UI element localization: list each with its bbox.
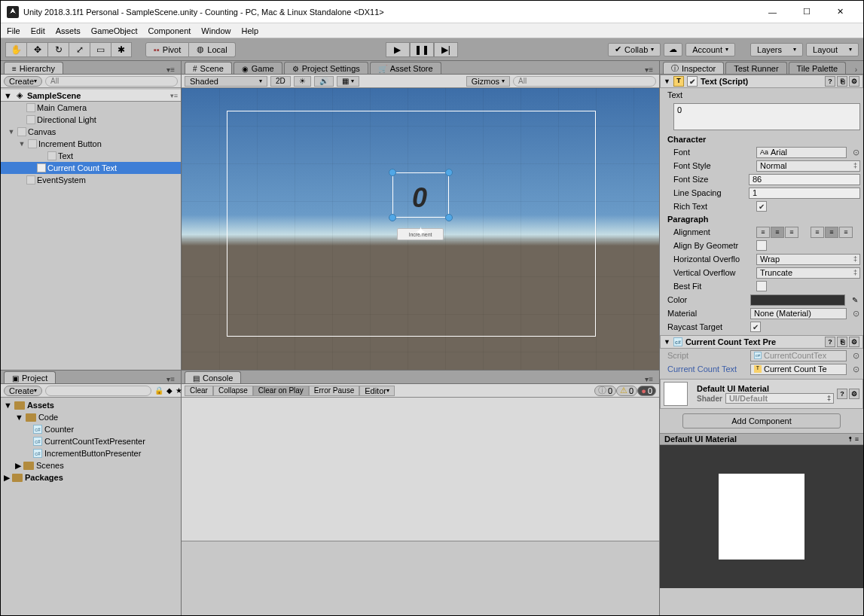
project-item[interactable]: Scenes xyxy=(36,461,64,470)
console-editor-dropdown[interactable]: Editor▾ xyxy=(359,386,395,396)
v-overflow-dropdown[interactable]: Truncate xyxy=(756,267,860,279)
project-search-input[interactable] xyxy=(45,386,151,396)
scene-viewport[interactable]: 0 Increment ✦ xyxy=(182,88,659,370)
layers-dropdown[interactable]: Layers▾ xyxy=(750,43,803,56)
console-options-icon[interactable]: ▾≡ xyxy=(642,375,656,383)
console-errorpause-button[interactable]: Error Pause xyxy=(309,386,359,396)
object-picker-icon[interactable]: ⊙ xyxy=(851,148,860,157)
align-left-button[interactable]: ≡ xyxy=(756,227,770,238)
align-middle-button[interactable]: ≡ xyxy=(825,227,838,238)
align-top-button[interactable]: ≡ xyxy=(811,227,824,238)
tile-palette-tab[interactable]: Tile Palette xyxy=(789,62,847,74)
fold-icon[interactable]: ▶ xyxy=(15,461,21,471)
scene-options-icon[interactable]: ▾≡ xyxy=(170,92,178,99)
menu-component[interactable]: Component xyxy=(148,26,191,35)
font-style-dropdown[interactable]: Normal xyxy=(756,160,860,172)
layout-dropdown[interactable]: Layout▾ xyxy=(806,43,859,56)
scene-options-icon[interactable]: ▾≡ xyxy=(642,66,656,74)
project-item[interactable]: Counter xyxy=(44,425,74,434)
hierarchy-options-icon[interactable]: ▾≡ xyxy=(163,66,178,74)
console-clear-button[interactable]: Clear xyxy=(185,386,213,396)
component-gear-icon[interactable]: ⚙ xyxy=(849,337,859,347)
anchor-gizmo-icon[interactable]: ✦ xyxy=(415,224,426,240)
menu-assets[interactable]: Assets xyxy=(56,26,81,35)
object-picker-icon[interactable]: ⊙ xyxy=(851,309,860,319)
menu-gameobject[interactable]: GameObject xyxy=(91,26,138,35)
component-preset-icon[interactable]: ⎘ xyxy=(837,76,847,87)
project-item[interactable]: CurrentCountTextPresenter xyxy=(44,437,145,446)
add-component-button[interactable]: Add Component xyxy=(682,413,841,428)
rect-tool[interactable]: ▭ xyxy=(90,42,111,57)
hierarchy-item[interactable]: Main Camera xyxy=(37,103,87,112)
color-field[interactable] xyxy=(750,294,845,306)
scale-tool[interactable]: ⤢ xyxy=(69,42,90,57)
account-dropdown[interactable]: Account▾ xyxy=(685,43,735,56)
align-center-button[interactable]: ≡ xyxy=(771,227,784,238)
step-button[interactable]: ▶| xyxy=(434,42,458,57)
menu-edit[interactable]: Edit xyxy=(31,26,45,35)
project-tab[interactable]: ▣Project xyxy=(4,371,56,383)
asset-store-tab[interactable]: 🛒Asset Store xyxy=(370,62,441,74)
project-options-icon[interactable]: ▾≡ xyxy=(163,375,178,383)
raycast-checkbox[interactable]: ✔ xyxy=(750,322,761,332)
h-overflow-dropdown[interactable]: Wrap xyxy=(756,254,860,265)
rotate-tool[interactable]: ↻ xyxy=(47,42,69,57)
shading-dropdown[interactable]: Shaded▾ xyxy=(185,76,267,87)
richtext-checkbox[interactable]: ✔ xyxy=(756,201,767,212)
presenter-text-field[interactable]: TCurrent Count Te xyxy=(750,364,847,375)
material-field[interactable]: None (Material) xyxy=(750,308,847,319)
hierarchy-create-dropdown[interactable]: Create ▾ xyxy=(4,76,42,87)
inspector-tab[interactable]: ⓘInspector xyxy=(663,62,724,74)
gizmos-dropdown[interactable]: Gizmos▾ xyxy=(466,76,510,87)
preview-pin-icon[interactable]: ⫯ ≡ xyxy=(849,435,859,443)
text-enabled-checkbox[interactable]: ✔ xyxy=(687,76,698,87)
component-docs-icon[interactable]: ? xyxy=(825,76,835,87)
scene-search-input[interactable] xyxy=(513,76,656,87)
component-docs-icon[interactable]: ? xyxy=(825,337,835,347)
material-header[interactable]: Default UI Material ShaderUI/Default ?⚙ xyxy=(660,379,863,409)
bestfit-checkbox[interactable] xyxy=(756,281,767,291)
game-tab[interactable]: ◉Game xyxy=(234,62,282,74)
pivot-toggle[interactable]: ▪▪Pivot xyxy=(145,42,189,57)
fold-icon[interactable]: ▼ xyxy=(17,140,26,148)
shader-dropdown[interactable]: UI/Default xyxy=(725,393,834,404)
inspector-scroll-icon[interactable]: › xyxy=(852,66,860,74)
hierarchy-tab[interactable]: ≡Hierarchy xyxy=(4,62,63,74)
font-field[interactable]: AaArial xyxy=(756,147,847,158)
move-tool[interactable]: ✥ xyxy=(26,42,47,57)
object-picker-icon[interactable]: ⊙ xyxy=(851,351,860,361)
component-gear-icon[interactable]: ⚙ xyxy=(849,389,859,399)
project-item[interactable]: IncrementButtonPresenter xyxy=(44,449,141,458)
play-button[interactable]: ▶ xyxy=(386,42,410,57)
collab-dropdown[interactable]: ✔Collab▾ xyxy=(608,43,661,56)
test-runner-tab[interactable]: Test Runner xyxy=(725,62,786,74)
selection-handle[interactable] xyxy=(389,214,396,221)
maximize-button[interactable]: ☐ xyxy=(789,2,823,23)
project-filter-icon[interactable]: ◆ xyxy=(166,386,172,395)
selection-handle[interactable] xyxy=(445,169,453,176)
console-error-count[interactable]: ●0 xyxy=(637,386,656,396)
project-settings-tab[interactable]: ⚙Project Settings xyxy=(284,62,368,74)
2d-toggle[interactable]: 2D xyxy=(270,76,291,87)
font-size-input[interactable] xyxy=(749,174,860,185)
component-gear-icon[interactable]: ⚙ xyxy=(849,76,859,87)
hierarchy-item-selected[interactable]: Current Count Text xyxy=(47,163,117,172)
console-info-count[interactable]: ⓘ0 xyxy=(594,386,616,396)
minimize-button[interactable]: — xyxy=(756,2,789,23)
eyedropper-icon[interactable]: ✎ xyxy=(850,294,860,305)
console-log-area[interactable] xyxy=(182,398,659,541)
close-button[interactable]: ✕ xyxy=(823,2,857,23)
pause-button[interactable]: ❚❚ xyxy=(410,42,434,57)
selection-handle[interactable] xyxy=(389,169,396,176)
component-docs-icon[interactable]: ? xyxy=(837,389,847,399)
selection-handle[interactable] xyxy=(445,214,453,221)
hierarchy-search-input[interactable] xyxy=(45,76,178,87)
fold-icon[interactable]: ▶ xyxy=(4,473,10,483)
project-item[interactable]: Code xyxy=(38,413,58,422)
local-toggle[interactable]: ◍Local xyxy=(189,42,235,57)
hierarchy-item[interactable]: EventSystem xyxy=(37,175,86,184)
fold-icon[interactable]: ▼ xyxy=(7,128,16,136)
audio-toggle[interactable]: 🔊 xyxy=(314,76,334,87)
project-item[interactable]: Packages xyxy=(25,473,63,482)
material-preview[interactable] xyxy=(660,445,863,588)
